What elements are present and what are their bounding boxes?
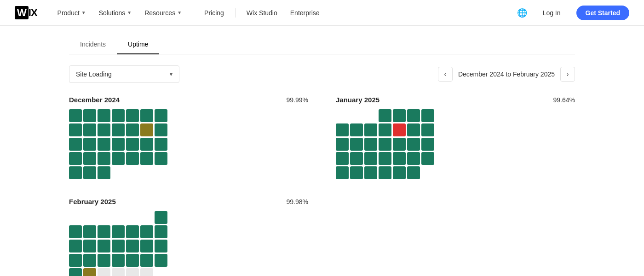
- day-cell-0-3-0[interactable]: [69, 152, 82, 165]
- day-cell-0-2-1[interactable]: [83, 138, 96, 151]
- day-cell-0-2-0[interactable]: [69, 138, 82, 151]
- day-cell-1-2-4[interactable]: [393, 138, 406, 151]
- day-cell-2-1-5[interactable]: [140, 225, 153, 238]
- prev-date-button[interactable]: ‹: [438, 67, 453, 82]
- day-cell-0-3-6[interactable]: [155, 152, 167, 165]
- day-cell-1-4-4[interactable]: [393, 166, 406, 179]
- day-cell-0-1-1[interactable]: [83, 123, 96, 136]
- day-cell-1-4-3[interactable]: [379, 166, 391, 179]
- day-cell-2-2-4[interactable]: [126, 240, 139, 253]
- day-cell-2-1-2[interactable]: [98, 225, 110, 238]
- day-cell-0-0-1[interactable]: [83, 109, 96, 122]
- day-cell-1-2-6[interactable]: [421, 138, 434, 151]
- nav-item-pricing[interactable]: Pricing: [199, 6, 230, 19]
- day-cell-0-3-2[interactable]: [98, 152, 110, 165]
- day-cell-1-1-4[interactable]: [393, 123, 406, 136]
- day-cell-0-4-0[interactable]: [69, 166, 82, 179]
- day-cell-1-0-6[interactable]: [421, 109, 434, 122]
- day-cell-0-2-3[interactable]: [112, 138, 125, 151]
- day-cell-0-1-6[interactable]: [155, 123, 167, 136]
- day-cell-1-0-5[interactable]: [407, 109, 420, 122]
- nav-item-resources[interactable]: Resources ▼: [139, 6, 187, 19]
- day-cell-1-1-3[interactable]: [379, 123, 391, 136]
- login-button[interactable]: Log In: [535, 6, 569, 20]
- day-cell-1-2-0[interactable]: [336, 138, 349, 151]
- globe-icon[interactable]: 🌐: [517, 8, 527, 18]
- day-cell-0-0-6[interactable]: [155, 109, 167, 122]
- day-cell-1-2-3[interactable]: [379, 138, 391, 151]
- day-cell-0-1-5[interactable]: [140, 123, 153, 136]
- day-cell-2-2-2[interactable]: [98, 240, 110, 253]
- day-cell-1-3-5[interactable]: [407, 152, 420, 165]
- day-cell-1-3-6[interactable]: [421, 152, 434, 165]
- day-cell-1-1-0[interactable]: [336, 123, 349, 136]
- day-cell-2-3-6[interactable]: [155, 254, 167, 267]
- day-cell-2-3-2[interactable]: [98, 254, 110, 267]
- day-cell-2-3-1[interactable]: [83, 254, 96, 267]
- day-cell-0-3-1[interactable]: [83, 152, 96, 165]
- day-cell-0-2-2[interactable]: [98, 138, 110, 151]
- day-cell-2-4-1[interactable]: [83, 268, 96, 276]
- day-cell-1-4-2[interactable]: [364, 166, 377, 179]
- day-cell-0-4-1[interactable]: [83, 166, 96, 179]
- day-cell-0-3-5[interactable]: [140, 152, 153, 165]
- day-cell-1-3-0[interactable]: [336, 152, 349, 165]
- get-started-button[interactable]: Get Started: [576, 6, 629, 20]
- day-cell-2-2-5[interactable]: [140, 240, 153, 253]
- day-cell-2-2-3[interactable]: [112, 240, 125, 253]
- day-cell-0-1-3[interactable]: [112, 123, 125, 136]
- day-cell-1-0-3[interactable]: [379, 109, 391, 122]
- day-cell-2-1-6[interactable]: [155, 225, 167, 238]
- day-cell-1-3-3[interactable]: [379, 152, 391, 165]
- day-cell-0-3-4[interactable]: [126, 152, 139, 165]
- nav-item-product[interactable]: Product ▼: [52, 6, 92, 19]
- day-cell-0-1-4[interactable]: [126, 123, 139, 136]
- metric-dropdown[interactable]: Site LoadingAPIEditorDashboard: [69, 65, 179, 83]
- day-cell-0-2-6[interactable]: [155, 138, 167, 151]
- day-cell-1-4-5[interactable]: [407, 166, 420, 179]
- day-cell-1-2-1[interactable]: [350, 138, 363, 151]
- tab-incidents[interactable]: Incidents: [69, 35, 117, 54]
- day-cell-1-3-1[interactable]: [350, 152, 363, 165]
- day-cell-2-3-0[interactable]: [69, 254, 82, 267]
- day-cell-0-4-2[interactable]: [98, 166, 110, 179]
- day-cell-1-1-5[interactable]: [407, 123, 420, 136]
- day-cell-0-1-0[interactable]: [69, 123, 82, 136]
- tab-uptime[interactable]: Uptime: [117, 35, 159, 54]
- day-cell-2-1-0[interactable]: [69, 225, 82, 238]
- nav-item-enterprise[interactable]: Enterprise: [285, 6, 325, 19]
- day-cell-0-0-3[interactable]: [112, 109, 125, 122]
- day-cell-2-1-3[interactable]: [112, 225, 125, 238]
- day-cell-0-2-4[interactable]: [126, 138, 139, 151]
- day-cell-2-0-6[interactable]: [155, 211, 167, 224]
- day-cell-2-1-4[interactable]: [126, 225, 139, 238]
- day-cell-2-3-3[interactable]: [112, 254, 125, 267]
- day-cell-1-4-0[interactable]: [336, 166, 349, 179]
- day-cell-0-0-4[interactable]: [126, 109, 139, 122]
- day-cell-1-2-2[interactable]: [364, 138, 377, 151]
- day-cell-2-2-0[interactable]: [69, 240, 82, 253]
- day-cell-2-3-4[interactable]: [126, 254, 139, 267]
- nav-item-solutions[interactable]: Solutions ▼: [93, 6, 138, 19]
- day-cell-1-2-5[interactable]: [407, 138, 420, 151]
- day-cell-0-1-2[interactable]: [98, 123, 110, 136]
- day-cell-0-2-5[interactable]: [140, 138, 153, 151]
- day-cell-0-0-0[interactable]: [69, 109, 82, 122]
- nav-item-wix-studio[interactable]: Wix Studio: [241, 6, 283, 19]
- day-cell-0-0-5[interactable]: [140, 109, 153, 122]
- day-cell-2-4-0[interactable]: [69, 268, 82, 276]
- next-date-button[interactable]: ›: [560, 67, 575, 82]
- day-cell-1-1-6[interactable]: [421, 123, 434, 136]
- day-cell-1-1-2[interactable]: [364, 123, 377, 136]
- day-cell-0-3-3[interactable]: [112, 152, 125, 165]
- day-cell-1-4-1[interactable]: [350, 166, 363, 179]
- day-cell-2-2-1[interactable]: [83, 240, 96, 253]
- day-cell-2-1-1[interactable]: [83, 225, 96, 238]
- day-cell-1-3-2[interactable]: [364, 152, 377, 165]
- day-cell-1-0-4[interactable]: [393, 109, 406, 122]
- day-cell-2-3-5[interactable]: [140, 254, 153, 267]
- day-cell-0-0-2[interactable]: [98, 109, 110, 122]
- day-cell-2-2-6[interactable]: [155, 240, 167, 253]
- day-cell-1-1-1[interactable]: [350, 123, 363, 136]
- day-cell-1-3-4[interactable]: [393, 152, 406, 165]
